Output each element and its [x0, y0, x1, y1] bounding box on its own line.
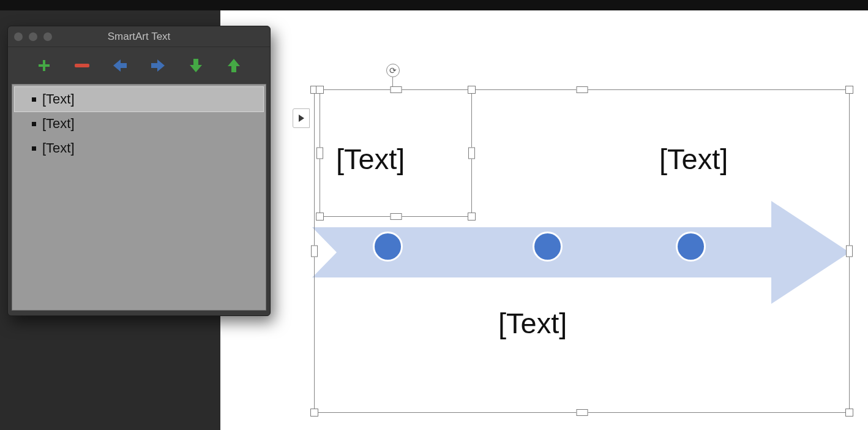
smartart-object[interactable]: ⟳ — [314, 89, 850, 413]
selection-outline-textbox — [320, 89, 472, 217]
resize-handle-sw[interactable] — [310, 409, 318, 417]
text-resize-handle-sw[interactable] — [316, 213, 324, 221]
window-minimize-button[interactable] — [29, 32, 37, 41]
arrow-up-icon — [226, 58, 241, 74]
text-resize-handle-s[interactable] — [390, 213, 402, 220]
promote-button[interactable] — [111, 57, 129, 74]
arrow-left-icon — [112, 58, 128, 73]
panel-titlebar[interactable]: SmartArt Text — [8, 26, 270, 47]
window-controls — [14, 32, 52, 41]
sidebar-top-strip — [0, 0, 220, 10]
window-close-button[interactable] — [14, 32, 23, 41]
remove-bullet-button[interactable] — [73, 57, 91, 74]
minus-icon — [74, 58, 90, 73]
bullet-list[interactable]: [Text] [Text] [Text] — [12, 84, 266, 311]
rotate-handle[interactable]: ⟳ — [386, 64, 400, 77]
bullet-icon — [32, 122, 36, 126]
text-resize-handle-n[interactable] — [390, 86, 402, 93]
text-resize-handle-se[interactable] — [468, 213, 476, 221]
demote-button[interactable] — [149, 57, 166, 74]
panel-toolbar — [8, 47, 270, 84]
panel-title: SmartArt Text — [108, 31, 171, 43]
text-resize-handle-e[interactable] — [468, 148, 475, 159]
svg-marker-6 — [228, 59, 240, 72]
resize-handle-e[interactable] — [846, 246, 853, 257]
add-bullet-button[interactable] — [36, 57, 53, 74]
bullet-icon — [32, 97, 36, 102]
resize-handle-se[interactable] — [845, 409, 853, 417]
move-down-button[interactable] — [187, 57, 204, 74]
resize-handle-ne[interactable] — [845, 86, 853, 94]
bullet-text: [Text] — [42, 116, 75, 132]
bullet-list-item[interactable]: [Text] — [15, 87, 263, 111]
text-resize-handle-ne[interactable] — [468, 86, 476, 94]
svg-marker-3 — [113, 59, 127, 72]
svg-rect-2 — [75, 64, 89, 67]
window-zoom-button[interactable] — [43, 32, 52, 41]
resize-handle-n[interactable] — [576, 86, 588, 93]
resize-handle-s[interactable] — [576, 409, 588, 416]
bullet-text: [Text] — [42, 91, 75, 107]
plus-icon — [37, 58, 51, 73]
smartart-text-panel[interactable]: SmartArt Text — [7, 26, 271, 316]
bullet-list-item[interactable]: [Text] — [15, 111, 263, 136]
arrow-right-icon — [150, 58, 166, 73]
bullet-icon — [32, 146, 36, 151]
arrow-down-icon — [189, 58, 203, 74]
workspace-top-strip — [220, 0, 868, 10]
resize-handle-w[interactable] — [311, 246, 318, 257]
text-resize-handle-w[interactable] — [316, 148, 323, 159]
text-resize-handle-nw[interactable] — [316, 86, 324, 94]
svg-marker-0 — [299, 115, 304, 122]
svg-marker-5 — [190, 59, 202, 72]
svg-marker-4 — [151, 59, 165, 72]
smartart-textpane-toggle[interactable] — [293, 108, 310, 128]
bullet-text: [Text] — [42, 140, 75, 156]
move-up-button[interactable] — [225, 57, 242, 74]
bullet-list-item[interactable]: [Text] — [15, 136, 263, 160]
